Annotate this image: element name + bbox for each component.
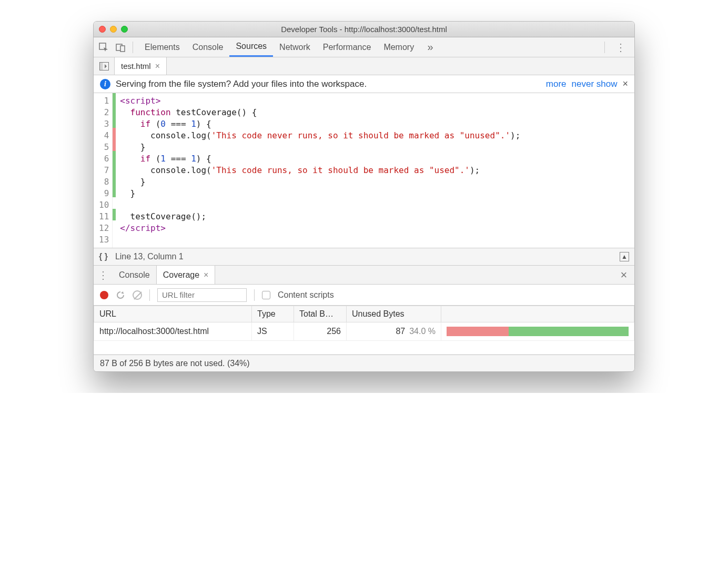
main-tab-network[interactable]: Network: [273, 37, 317, 57]
drawer-tab-bar: ⋮ ConsoleCoverage× ×: [94, 266, 634, 285]
main-tab-elements[interactable]: Elements: [138, 37, 186, 57]
show-coverage-icon[interactable]: ▲: [620, 252, 629, 261]
drawer-tab-coverage[interactable]: Coverage×: [156, 266, 216, 284]
content-scripts-label: Content scripts: [278, 290, 334, 300]
separator: [133, 42, 133, 53]
info-text: Serving from the file system? Add your f…: [116, 79, 367, 89]
window-title: Developer Tools - http://localhost:3000/…: [94, 25, 634, 34]
drawer-menu-icon[interactable]: ⋮: [94, 266, 113, 284]
file-tab-test-html[interactable]: test.html ×: [115, 57, 167, 75]
coverage-row[interactable]: http://localhost:3000/test.htmlJS2568734…: [94, 322, 634, 341]
cell-type: JS: [252, 322, 294, 341]
device-toolbar-icon[interactable]: [114, 41, 127, 54]
cell-unused: 8734.0 %: [347, 322, 441, 341]
navigator-toggle-icon[interactable]: [94, 57, 115, 75]
drawer-tab-console[interactable]: Console: [113, 266, 156, 284]
cell-bar: [441, 322, 634, 341]
drawer-tab-label: Console: [119, 270, 150, 280]
separator: [254, 289, 255, 301]
close-drawer-icon[interactable]: ×: [613, 266, 634, 284]
info-close-icon[interactable]: ×: [622, 78, 628, 89]
close-window-button[interactable]: [99, 26, 106, 33]
info-never-show-link[interactable]: never show: [572, 79, 618, 89]
clear-icon[interactable]: [133, 290, 142, 300]
cell-total: 256: [294, 322, 347, 341]
col-visual[interactable]: [441, 306, 634, 322]
pretty-print-icon[interactable]: { }: [99, 252, 108, 261]
workspace-info-bar: i Serving from the file system? Add your…: [94, 75, 634, 93]
tabs-overflow-button[interactable]: »: [423, 41, 437, 54]
code-content[interactable]: <script> function testCoverage() { if (0…: [116, 93, 634, 248]
cell-url: http://localhost:3000/test.html: [94, 322, 252, 341]
svg-rect-4: [99, 62, 103, 70]
separator: [604, 42, 605, 53]
separator: [149, 289, 150, 301]
inspect-element-icon[interactable]: [97, 41, 110, 54]
main-tab-performance[interactable]: Performance: [317, 37, 378, 57]
coverage-status-bar: 87 B of 256 B bytes are not used. (34%): [94, 355, 634, 371]
code-editor[interactable]: 12345678910111213 <script> function test…: [94, 93, 634, 248]
zoom-window-button[interactable]: [121, 26, 128, 33]
col-unused[interactable]: Unused Bytes: [347, 306, 441, 322]
cursor-position: Line 13, Column 1: [115, 252, 184, 261]
title-bar: Developer Tools - http://localhost:3000/…: [94, 22, 634, 37]
content-scripts-checkbox[interactable]: [262, 291, 270, 299]
coverage-table: URL Type Total B… Unused Bytes http://lo…: [94, 306, 634, 341]
line-number-gutter: 12345678910111213: [94, 93, 113, 248]
record-button[interactable]: [100, 291, 108, 299]
table-header-row: URL Type Total B… Unused Bytes: [94, 306, 634, 322]
file-tab-bar: test.html ×: [94, 57, 634, 75]
main-tab-strip: ElementsConsoleSourcesNetworkPerformance…: [94, 37, 634, 57]
reload-icon[interactable]: [116, 290, 125, 300]
close-drawer-tab-icon[interactable]: ×: [204, 270, 208, 280]
col-total[interactable]: Total B…: [294, 306, 347, 322]
col-type[interactable]: Type: [252, 306, 294, 322]
main-tab-console[interactable]: Console: [186, 37, 230, 57]
file-tab-label: test.html: [121, 62, 151, 70]
drawer-tab-label: Coverage: [163, 270, 199, 280]
window-controls: [99, 26, 128, 33]
settings-menu-icon[interactable]: ⋮: [610, 41, 631, 54]
url-filter-input[interactable]: [157, 288, 247, 302]
devtools-window: Developer Tools - http://localhost:3000/…: [93, 21, 635, 372]
main-tab-memory[interactable]: Memory: [377, 37, 420, 57]
col-url[interactable]: URL: [94, 306, 252, 322]
minimize-window-button[interactable]: [110, 26, 117, 33]
info-more-link[interactable]: more: [546, 79, 567, 89]
info-icon: i: [100, 79, 110, 89]
close-file-tab-icon[interactable]: ×: [155, 62, 160, 71]
coverage-summary: 87 B of 256 B bytes are not used. (34%): [100, 359, 250, 368]
editor-status-bar: { } Line 13, Column 1 ▲: [94, 248, 634, 266]
main-tab-sources[interactable]: Sources: [229, 37, 273, 57]
svg-rect-2: [120, 46, 125, 52]
coverage-toolbar: Content scripts: [94, 285, 634, 306]
